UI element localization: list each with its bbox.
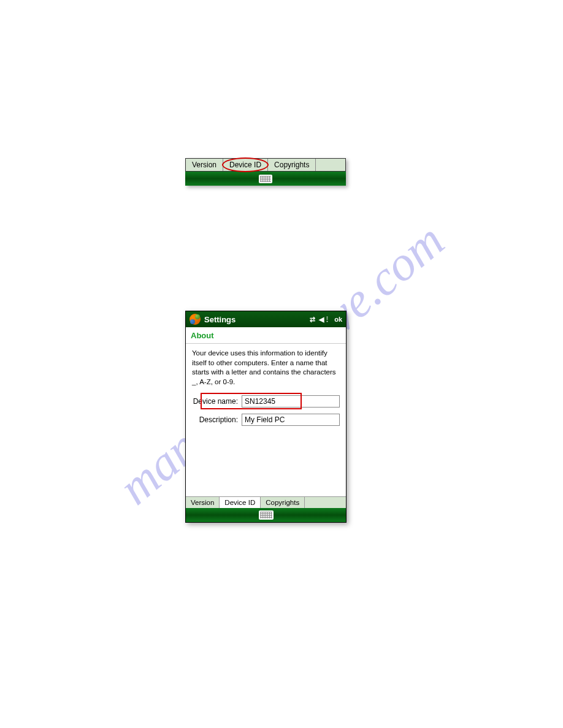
tab-device-id[interactable]: Device ID [220,497,261,508]
title-bar-icons: ⇄ ◀⋮ ok [310,316,342,324]
bottom-tab-row: Version Device ID Copyrights [186,496,346,508]
device-name-input[interactable] [242,395,340,408]
content-area: Your device uses this information to ide… [186,344,346,496]
small-tab-strip: Version Device ID Copyrights [185,158,346,186]
description-input[interactable] [242,414,340,426]
small-tab-row: Version Device ID Copyrights [185,158,346,172]
settings-window: Settings ⇄ ◀⋮ ok About Your device uses … [185,311,347,523]
title-bar: Settings ⇄ ◀⋮ ok [186,311,346,327]
tab-copyrights[interactable]: Copyrights [261,497,305,508]
window-title: Settings [204,315,236,324]
info-text: Your device uses this information to ide… [192,349,340,387]
volume-icon[interactable]: ◀⋮ [319,316,331,324]
tab-device-id-small[interactable]: Device ID [223,159,268,171]
description-label: Description: [192,415,238,424]
device-name-row: Device name: [192,395,340,408]
about-header: About [186,327,346,344]
tab-version-small[interactable]: Version [186,159,223,171]
ok-button[interactable]: ok [334,316,342,323]
keyboard-icon[interactable] [259,510,274,520]
tab-copyrights-small[interactable]: Copyrights [268,159,316,171]
connectivity-icon[interactable]: ⇄ [310,316,315,324]
about-header-text: About [191,331,214,340]
command-bar [186,508,346,522]
keyboard-icon[interactable] [259,175,272,183]
description-row: Description: [192,414,340,426]
device-name-label: Device name: [192,397,238,406]
start-icon[interactable] [190,314,201,325]
command-bar-small [185,172,346,186]
tab-version[interactable]: Version [186,497,220,508]
